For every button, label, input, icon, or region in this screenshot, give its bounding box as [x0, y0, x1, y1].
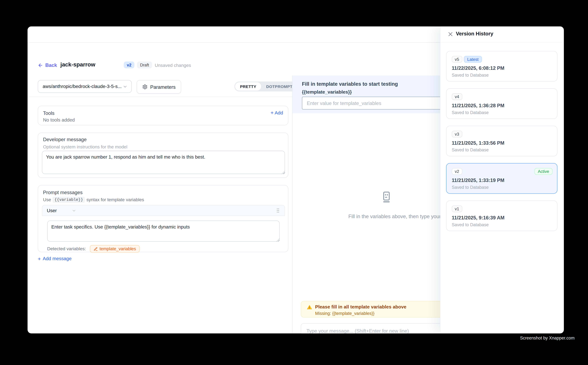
gear-icon — [142, 84, 148, 90]
detected-variables-label: Detected variables: — [47, 246, 86, 252]
version-card-v4[interactable]: v4 11/21/2025, 1:36:28 PM Saved to Datab… — [446, 88, 557, 119]
toolbar-divider — [28, 97, 292, 97]
template-variable-badge[interactable]: template_variables — [90, 245, 140, 253]
pencil-icon — [94, 247, 98, 251]
version-status: Saved to Database — [452, 110, 489, 115]
version-card-v3[interactable]: v3 11/21/2025, 1:33:56 PM Saved to Datab… — [446, 126, 557, 156]
version-date: 11/21/2025, 1:33:56 PM — [452, 140, 504, 146]
version-chip: v1 — [452, 205, 462, 212]
latest-badge: Latest — [464, 56, 482, 63]
parameters-button[interactable]: Parameters — [137, 80, 181, 94]
parameters-label: Parameters — [150, 84, 176, 90]
tools-section: Tools + Add No tools added — [38, 106, 288, 126]
version-chip: v4 — [452, 93, 462, 100]
prompt-messages-title: Prompt messages — [43, 190, 83, 195]
version-card-v5[interactable]: v5 Latest 11/22/2025, 6:08:12 PM Saved t… — [446, 51, 557, 82]
variable-syntax-chip: {{variable}} — [53, 197, 85, 203]
bot-face-icon — [382, 191, 391, 204]
chevron-down-icon[interactable] — [72, 208, 76, 213]
version-status: Saved to Database — [452, 222, 489, 227]
version-date: 11/22/2025, 6:08:12 PM — [452, 65, 504, 71]
version-card-v1[interactable]: v1 11/21/2025, 9:16:39 AM Saved to Datab… — [446, 201, 557, 231]
active-badge: Active — [534, 168, 553, 175]
unsaved-changes-label: Unsaved changes — [155, 63, 191, 68]
version-chip: v3 — [452, 131, 462, 137]
watermark-text: Screenshot by Xnapper.com — [520, 336, 575, 340]
version-status: Saved to Database — [452, 73, 489, 77]
role-select-value[interactable]: User — [47, 208, 57, 213]
back-label: Back — [45, 62, 57, 68]
app-window: Back jack-sparrow v2 Draft Unsaved chang… — [28, 27, 564, 333]
warning-triangle-icon — [307, 305, 312, 310]
prompt-messages-section: Prompt messages Use {{variable}} syntax … — [38, 185, 288, 252]
version-date: 11/21/2025, 1:33:19 PM — [452, 177, 504, 183]
prompt-message-input[interactable]: Enter task specifics. Use {{template_var… — [47, 220, 280, 242]
add-message-button[interactable]: + Add message — [38, 256, 71, 261]
format-toggle: PRETTY DOTPROMPT — [234, 82, 298, 91]
version-date: 11/21/2025, 9:16:39 AM — [452, 215, 505, 220]
close-icon[interactable] — [448, 31, 453, 37]
plus-icon: + — [38, 256, 41, 261]
drag-handle-icon[interactable] — [276, 208, 280, 213]
template-variables-title: Fill in template variables to start test… — [302, 81, 398, 87]
arrow-left-icon — [38, 63, 43, 68]
tools-title: Tools — [43, 110, 55, 116]
version-badge: v2 — [124, 62, 134, 68]
model-selector-value: aws/anthropic/bedrock-claude-3-5-s... — [43, 84, 122, 89]
chevron-down-icon — [123, 84, 128, 89]
screenshot-stage: Back jack-sparrow v2 Draft Unsaved chang… — [0, 0, 588, 365]
version-chip: v2 — [452, 168, 462, 175]
warning-missing-text: Missing: {{template_variables}} — [315, 311, 374, 316]
template-variable-name: {{template_variables}} — [302, 90, 352, 95]
model-selector[interactable]: aws/anthropic/bedrock-claude-3-5-s... — [38, 80, 132, 93]
tools-empty-text: No tools added — [43, 117, 75, 123]
back-button[interactable]: Back — [38, 62, 57, 68]
warning-title: Please fill in all template variables ab… — [315, 304, 406, 310]
page-title: jack-sparrow — [60, 61, 95, 68]
panel-divider — [292, 76, 292, 333]
plus-icon: + — [270, 110, 274, 116]
version-history-title: Version History — [456, 31, 493, 37]
developer-message-subtitle: Optional system instructions for the mod… — [43, 144, 127, 150]
version-date: 11/21/2025, 1:36:28 PM — [452, 103, 504, 108]
add-tool-button[interactable]: + Add — [270, 110, 283, 116]
version-status: Saved to Database — [452, 147, 489, 152]
toggle-option-pretty[interactable]: PRETTY — [235, 82, 261, 91]
version-chip: v5 — [452, 56, 462, 63]
version-status: Saved to Database — [452, 185, 489, 190]
message-role-row: User — [42, 205, 285, 216]
draft-status-badge: Draft — [137, 62, 152, 68]
developer-message-input[interactable]: You are jack sparrow number 1, respond a… — [42, 151, 285, 174]
developer-message-section: Developer message Optional system instru… — [38, 133, 288, 178]
version-history-panel: Version History v5 Latest 11/22/2025, 6:… — [440, 27, 564, 333]
developer-message-title: Developer message — [43, 137, 87, 142]
version-card-v2[interactable]: v2 Active 11/21/2025, 1:33:19 PM Saved t… — [446, 163, 557, 194]
detected-variables-row: Detected variables: template_variables — [47, 245, 140, 253]
prompt-messages-hint: Use {{variable}} syntax for template var… — [43, 197, 144, 203]
